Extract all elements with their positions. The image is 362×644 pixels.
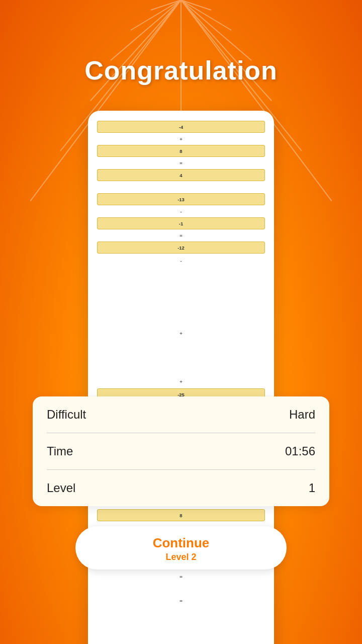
level-value: 1: [309, 481, 315, 495]
cell: -1: [97, 217, 265, 229]
svg-line-5: [90, 0, 181, 101]
difficult-label: Difficult: [47, 408, 86, 422]
svg-line-8: [181, 0, 251, 60]
svg-line-7: [111, 0, 181, 60]
cell: 8: [97, 145, 265, 157]
cell: -12: [97, 242, 265, 254]
time-value: 01:56: [285, 444, 315, 458]
time-label: Time: [47, 444, 73, 458]
svg-line-11: [151, 0, 181, 10]
stats-row-difficult: Difficult Hard: [47, 396, 315, 433]
continue-button[interactable]: Continue Level 2: [75, 526, 287, 570]
cell: 4: [97, 169, 265, 181]
svg-line-12: [181, 0, 211, 10]
continue-sublabel: Level 2: [75, 552, 287, 562]
stats-row-time: Time 01:56: [47, 433, 315, 469]
home-button[interactable]: Home: [0, 598, 362, 614]
congratulation-title: Congratulation: [0, 55, 362, 86]
cell: -4: [97, 121, 265, 133]
cell: -13: [97, 193, 265, 205]
svg-line-9: [131, 0, 181, 30]
svg-line-10: [181, 0, 231, 30]
cell: 8: [97, 509, 265, 521]
level-label: Level: [47, 481, 75, 495]
difficult-value: Hard: [289, 408, 315, 422]
stats-card: Difficult Hard Time 01:56 Level 1: [33, 396, 329, 506]
stats-row-level: Level 1: [47, 469, 315, 506]
continue-label: Continue: [75, 535, 287, 551]
svg-line-6: [181, 0, 272, 101]
